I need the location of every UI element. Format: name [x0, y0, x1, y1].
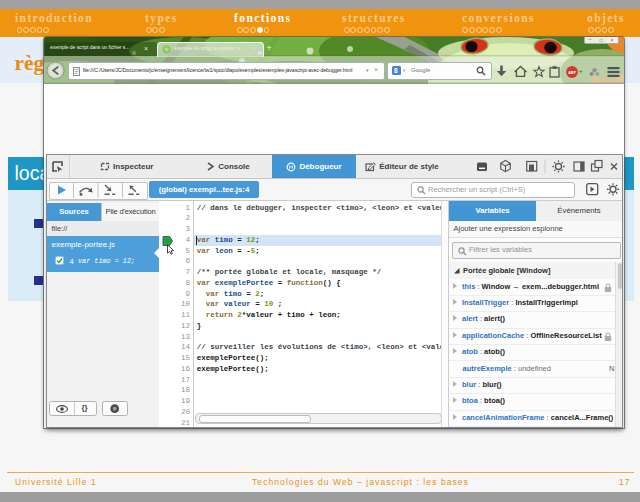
svg-text:ABP: ABP [568, 70, 576, 74]
